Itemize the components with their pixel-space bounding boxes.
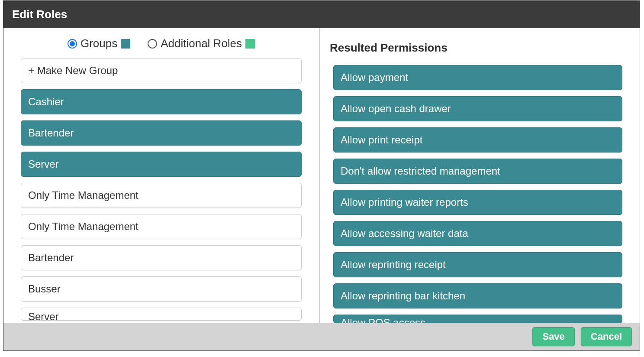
- permission-label: Allow accessing waiter data: [341, 227, 468, 239]
- dialog-footer: Save Cancel: [3, 323, 640, 351]
- list-item-label: Bartender: [28, 252, 74, 263]
- right-panel: Resulted Permissions Allow payment Allow…: [319, 28, 640, 323]
- permission-item[interactable]: Allow POS access: [333, 315, 622, 323]
- permission-label: Allow payment: [341, 71, 408, 83]
- permission-item[interactable]: Allow reprinting receipt: [333, 252, 622, 277]
- list-item-label: Only Time Management: [28, 221, 138, 232]
- permission-item[interactable]: Allow printing waiter reports: [333, 190, 622, 215]
- permission-item[interactable]: Allow payment: [333, 65, 622, 90]
- dialog-title: Edit Roles: [3, 1, 640, 28]
- permission-item[interactable]: Allow open cash drawer: [333, 96, 622, 121]
- permission-item[interactable]: Allow print receipt: [333, 127, 622, 153]
- group-item-server[interactable]: Server: [21, 152, 302, 177]
- group-item-only-time-management[interactable]: Only Time Management: [21, 214, 302, 239]
- list-item-label: Server: [28, 158, 59, 170]
- permission-label: Allow printing waiter reports: [341, 196, 468, 208]
- permission-label: Allow POS access: [341, 317, 425, 323]
- groups-color-swatch: [121, 39, 130, 49]
- permission-label: Allow open cash drawer: [341, 103, 451, 114]
- permission-item[interactable]: Allow accessing waiter data: [333, 221, 622, 246]
- cancel-button[interactable]: Cancel: [581, 327, 632, 346]
- list-item-label: Busser: [28, 283, 61, 295]
- group-item-server[interactable]: Server: [21, 308, 302, 321]
- radio-groups[interactable]: Groups: [68, 37, 130, 50]
- radio-groups-label: Groups: [80, 37, 117, 50]
- permission-label: Allow print receipt: [341, 134, 422, 146]
- radio-icon: [148, 39, 157, 49]
- group-list[interactable]: + Make New Group Cashier Bartender Serve…: [3, 58, 319, 323]
- group-item-only-time-management[interactable]: Only Time Management: [21, 183, 302, 208]
- radio-icon: [68, 39, 77, 49]
- list-item-label: Only Time Management: [28, 189, 138, 201]
- radio-additional-label: Additional Roles: [161, 37, 242, 50]
- left-panel: Groups Additional Roles + Make New Group…: [3, 28, 319, 323]
- list-item-label: Cashier: [28, 96, 64, 107]
- permissions-list[interactable]: Allow payment Allow open cash drawer All…: [330, 65, 622, 323]
- group-item-bartender[interactable]: Bartender: [21, 120, 302, 146]
- permission-label: Allow reprinting bar kitchen: [341, 290, 465, 302]
- group-item-bartender[interactable]: Bartender: [21, 245, 302, 270]
- radio-additional-roles[interactable]: Additional Roles: [148, 37, 255, 50]
- permission-item[interactable]: Don't allow restricted management: [333, 159, 622, 184]
- make-new-group-button[interactable]: + Make New Group: [21, 58, 302, 83]
- save-button[interactable]: Save: [532, 327, 574, 346]
- role-type-radio-row: Groups Additional Roles: [3, 37, 319, 58]
- group-item-busser[interactable]: Busser: [21, 276, 302, 302]
- group-item-cashier[interactable]: Cashier: [21, 89, 302, 114]
- edit-roles-dialog: Edit Roles Groups Additional Roles + Mak…: [3, 0, 640, 351]
- additional-color-swatch: [245, 39, 255, 49]
- permission-item[interactable]: Allow reprinting bar kitchen: [333, 283, 622, 308]
- list-item-label: + Make New Group: [28, 65, 118, 76]
- permission-label: Allow reprinting receipt: [341, 259, 446, 270]
- list-item-label: Bartender: [28, 127, 74, 139]
- dialog-body: Groups Additional Roles + Make New Group…: [3, 28, 640, 323]
- permission-label: Don't allow restricted management: [341, 165, 500, 177]
- list-item-label: Server: [28, 311, 59, 321]
- resulted-permissions-title: Resulted Permissions: [330, 41, 622, 55]
